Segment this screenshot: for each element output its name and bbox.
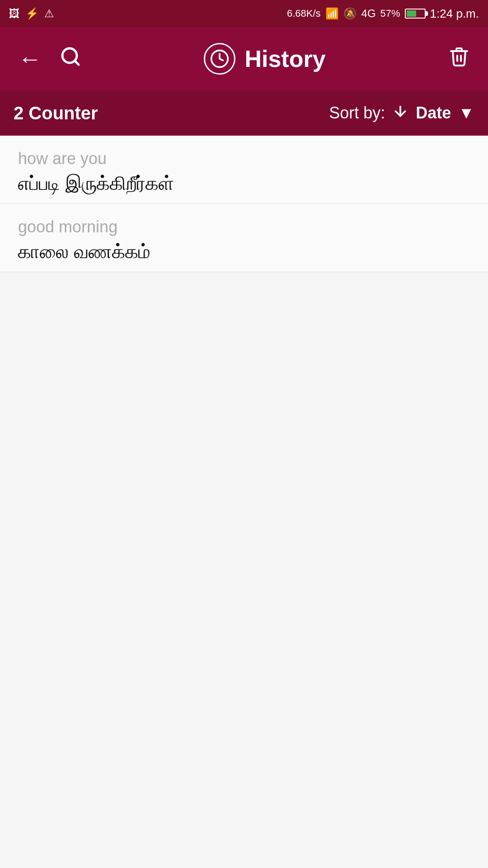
signal-icon: 4G [361,7,376,20]
sort-value: Date [416,104,451,123]
history-item[interactable]: good morning காலை வணக்கம் [0,204,488,272]
app-bar: ← History [0,27,488,90]
counter-label: 2 Counter [14,103,329,123]
network-speed: 6.68K/s [287,8,321,19]
status-time: 1:24 p.m. [430,7,479,21]
sort-direction-icon [392,103,408,123]
history-list: how are you எப்படி இருக்கிறீர்கள் good m… [0,136,488,272]
sort-by-label: Sort by: [329,104,385,123]
status-bar-right: 6.68K/s 📶 🔕 4G 57% 1:24 p.m. [287,7,479,21]
app-bar-title: History [244,45,325,72]
status-bar: 🖼 ⚡ ⚠ 6.68K/s 📶 🔕 4G 57% 1:24 p.m. [0,0,488,27]
mute-icon: 🔕 [343,7,357,20]
battery-icon [405,9,426,19]
svg-line-1 [75,61,79,65]
history-translation-text: காலை வணக்கம் [18,241,470,263]
back-button[interactable]: ← [14,41,46,77]
clock-icon [204,43,235,75]
history-source-text: good morning [18,217,470,236]
battery-percent: 57% [380,8,400,19]
dropdown-arrow-icon[interactable]: ▼ [458,104,474,123]
status-bar-left: 🖼 ⚡ ⚠ [9,7,54,20]
history-translation-text: எப்படி இருக்கிறீர்கள் [18,173,470,194]
app-bar-title-group: History [95,43,435,75]
wifi-icon: 📶 [325,7,339,20]
history-source-text: how are you [18,149,470,168]
trash-button[interactable] [444,41,474,77]
sort-section[interactable]: Sort by: Date ▼ [329,103,474,123]
history-item[interactable]: how are you எப்படி இருக்கிறீர்கள் [0,136,488,204]
sub-header: 2 Counter Sort by: Date ▼ [0,90,488,136]
search-button[interactable] [55,41,86,77]
alert-icon: ⚠ [44,7,54,20]
image-icon: 🖼 [9,7,20,20]
usb-icon: ⚡ [25,7,39,20]
